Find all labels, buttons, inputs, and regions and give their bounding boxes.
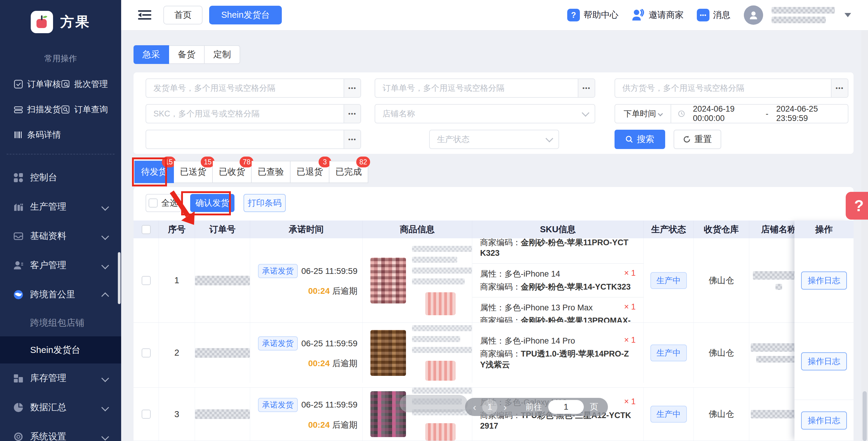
order-no-input-wrap: ••• [375, 79, 595, 98]
status-tab-inspected[interactable]: 已查验 [252, 161, 290, 183]
date-field-select[interactable]: 下单时间 [615, 105, 671, 123]
status-tab-returned[interactable]: 已退货 3 [290, 161, 330, 183]
row-checkbox[interactable] [142, 410, 151, 419]
print-barcode-button[interactable]: 打印条码 [244, 194, 286, 212]
date-range-display[interactable]: 2024-06-19 00:00:00 - 2024-06-25 23:59:5… [671, 105, 848, 123]
search-icon [625, 136, 633, 143]
customer-icon [13, 260, 24, 271]
page-unit-label: 页 [590, 401, 598, 413]
chevron-down-icon [582, 109, 589, 116]
user-menu-caret-icon[interactable] [844, 13, 851, 17]
operation-log-button[interactable]: 操作日志 [801, 352, 847, 371]
sidebar-item-inventory[interactable]: 库存管理 [0, 363, 121, 393]
reset-button[interactable]: 重置 [674, 130, 721, 149]
topbar-right: ? 帮助中心 邀请商家 ••• 消息 [567, 5, 851, 25]
prev-page-button[interactable]: ‹ [473, 402, 476, 412]
tab-shein-console[interactable]: Shein发货台 [209, 6, 282, 24]
mode-tab-urgent[interactable]: 急采 [133, 45, 169, 64]
help-center-link[interactable]: ? 帮助中心 [567, 9, 618, 22]
current-page-button[interactable]: 1 [482, 400, 497, 414]
stamp-redacted [425, 423, 456, 441]
row-order-no-redacted [195, 323, 250, 383]
quick-link-barcode[interactable]: 条码详情 [14, 129, 61, 141]
logistics-no-more-button[interactable]: ••• [344, 130, 361, 148]
table-header: 序号 订单号 承诺时间 商品信息 SKU信息 生产状态 收货仓库 店铺名称 [133, 220, 808, 238]
sidebar-subitem-shein-console[interactable]: Shein发货台 [0, 336, 121, 363]
dashboard-icon [13, 173, 24, 183]
chevron-down-icon [101, 404, 109, 411]
sku-entry: 属性：多色-iPhone 14 Pro× 1 商家编码：TPU透1.0-透明-苹… [472, 331, 644, 375]
sidebar-item-dashboard[interactable]: 控制台 [0, 163, 121, 192]
select-all-button[interactable]: 全选 [146, 194, 181, 212]
row-order-no-redacted [195, 388, 250, 441]
search-button[interactable]: 搜索 [615, 130, 665, 149]
mode-tab-custom[interactable]: 定制 [205, 45, 240, 64]
next-page-button[interactable]: › [503, 402, 507, 412]
operation-log-button[interactable]: 操作日志 [801, 271, 847, 290]
order-no-more-button[interactable]: ••• [578, 79, 595, 97]
sidebar-menu: 控制台 生产管理 基础资料 客户管理 跨境首公里 [0, 163, 121, 441]
row-checkbox[interactable] [142, 348, 151, 357]
countdown: 00:24 [308, 286, 330, 296]
row-promise-time: 承诺发货 06-25 11:59:59 00:24后逾期 [250, 238, 363, 322]
sidebar-item-cross-border[interactable]: 跨境首公里 [0, 280, 121, 309]
avatar[interactable] [744, 5, 763, 25]
sidebar-item-base-data[interactable]: 基础资料 [0, 222, 121, 251]
sku-qty: × 1 [624, 335, 636, 346]
row-checkbox[interactable] [142, 276, 151, 285]
header-checkbox[interactable] [142, 225, 151, 234]
countdown: 00:24 [308, 420, 330, 430]
order-no-input[interactable] [375, 79, 578, 97]
warehouse-name: 佛山仓 [709, 408, 734, 420]
confirm-ship-button[interactable]: 确认发货 [190, 194, 235, 212]
main-content: 急采 备货 定制 ••• ••• ••• ••• [121, 30, 868, 441]
tab-home[interactable]: 首页 [163, 6, 203, 24]
mode-tab-stock[interactable]: 备货 [169, 45, 205, 64]
chevron-down-icon [101, 203, 109, 210]
sidebar-subitem-cross-border-shop[interactable]: 跨境组包店铺 [0, 309, 121, 336]
sidebar-item-production[interactable]: 生产管理 [0, 192, 121, 222]
select-all-checkbox[interactable] [149, 199, 158, 208]
status-tab-delivered[interactable]: 已送货 15 [174, 161, 213, 183]
settings-icon [13, 432, 24, 441]
app-root: 方果 常用操作 订单审核 批次管理 扫描发货 订单查询 条码详情 [0, 0, 868, 441]
status-tab-received[interactable]: 已收货 78 [213, 161, 252, 183]
page-scrollbar-track[interactable] [861, 30, 868, 441]
status-badge: 82 [356, 156, 370, 168]
quick-link-order-review[interactable]: 订单审核 [14, 79, 61, 90]
chevron-down-icon [546, 135, 553, 142]
supplier-no-input[interactable] [615, 79, 831, 97]
tooltip-redacted [400, 395, 468, 412]
product-image-redacted [370, 391, 406, 437]
quick-links: 订单审核 批次管理 扫描发货 订单查询 条码详情 [0, 79, 121, 141]
shop-name-select[interactable]: 店铺名称 [375, 104, 595, 123]
status-tab-completed[interactable]: 已完成 82 [330, 161, 368, 183]
logistics-no-input[interactable] [146, 130, 344, 148]
shipping-no-more-button[interactable]: ••• [344, 79, 361, 97]
skc-more-button[interactable]: ••• [344, 105, 361, 123]
sidebar-item-settings[interactable]: 系统设置 [0, 422, 121, 441]
quick-link-order-search[interactable]: 订单查询 [61, 104, 108, 115]
supplier-no-more-button[interactable]: ••• [831, 79, 848, 97]
row-sku-info: 属性：多色-iPhone 11 Pro× 1 商家编码：金刚砂-粉色-苹果11P… [472, 238, 644, 322]
shipping-no-input[interactable] [146, 79, 344, 97]
sidebar-item-customer[interactable]: 客户管理 [0, 251, 121, 280]
production-status-select[interactable]: 生产状态 [429, 130, 559, 149]
page-number-input[interactable] [548, 400, 584, 414]
messages-link[interactable]: ••• 消息 [697, 9, 731, 22]
invite-merchant-link[interactable]: 邀请商家 [632, 9, 684, 21]
status-tab-pending-ship[interactable]: 待发货 15 [134, 161, 174, 183]
sidebar-item-data-summary[interactable]: 数据汇总 [0, 393, 121, 422]
page-scrollbar-thumb[interactable] [863, 391, 867, 441]
operation-log-button[interactable]: 操作日志 [801, 411, 847, 430]
sidebar-scrollbar-thumb[interactable] [118, 252, 121, 304]
floating-help-button[interactable]: ? [846, 192, 868, 219]
quick-link-scan-ship[interactable]: 扫描发货 [14, 104, 61, 115]
row-seq: 1 [159, 238, 195, 322]
user-icon [748, 10, 759, 21]
quick-link-batch-manage[interactable]: 批次管理 [61, 79, 108, 90]
production-icon [13, 202, 24, 212]
collapse-sidebar-icon[interactable] [138, 10, 151, 21]
sku-entry: 属性：多色-iPhone 13 Pro Max× 1 商家编码：金刚砂-粉色-苹… [472, 297, 644, 322]
skc-input[interactable] [146, 105, 344, 123]
